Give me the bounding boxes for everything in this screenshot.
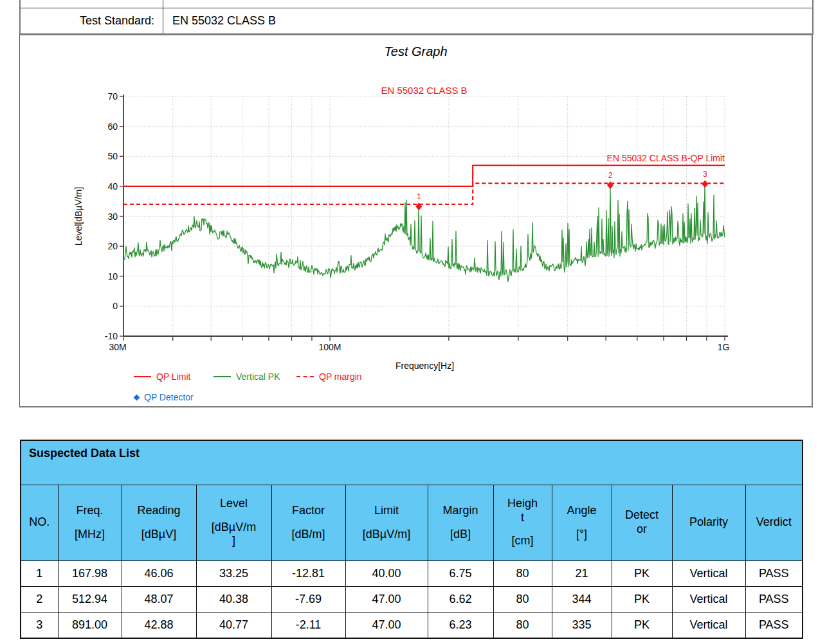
svg-text:0: 0 [113, 301, 118, 311]
table-cell: Vertical [672, 560, 745, 586]
column-header: Factor[dB/m] [271, 485, 345, 560]
table-cell: 6.23 [428, 612, 493, 638]
table-cell: Vertical [672, 586, 745, 612]
svg-text:EN 55032 CLASS B: EN 55032 CLASS B [381, 85, 467, 96]
table-cell: PK [612, 612, 672, 638]
table-title-row: Suspected Data List [21, 440, 803, 485]
x-axis-title: Frequency[Hz] [395, 361, 454, 371]
test-standard-value: EN 55032 CLASS B [172, 8, 812, 33]
table-row: 2512.9448.0740.38-7.6947.006.6280344PKVe… [21, 586, 803, 612]
table-cell: 33.25 [196, 560, 271, 586]
test-standard-row: Test Standard: EN 55032 CLASS B [21, 8, 812, 33]
table-cell: 40.38 [196, 586, 271, 612]
legend-label: QP margin [319, 371, 362, 382]
table-cell: PK [612, 586, 672, 612]
table-cell: 48.07 [122, 586, 196, 612]
column-header: Reading[dBµV] [122, 485, 196, 560]
table-cell: 891.00 [58, 612, 122, 638]
legend-label: QP Limit [156, 371, 190, 382]
table-cell: -7.69 [271, 586, 345, 612]
column-header: Level[dBµV/m ] [196, 485, 271, 560]
svg-text:Level[dBµV/m]: Level[dBµV/m] [73, 187, 84, 246]
column-header: Verdict [745, 485, 803, 560]
table-header-row: NO.Freq.[MHz]Reading[dBµV]Level[dBµV/m ]… [21, 485, 803, 560]
svg-text:100M: 100M [319, 342, 341, 352]
table-cell: -2.11 [271, 612, 345, 638]
table-cell: PK [612, 560, 672, 586]
svg-text:40: 40 [107, 181, 118, 192]
column-header: Freq.[MHz] [58, 485, 122, 560]
svg-text:30: 30 [107, 211, 118, 222]
test-standard-table: Test Standard: EN 55032 CLASS B [19, 0, 813, 35]
svg-text:1: 1 [417, 192, 421, 201]
legend-qp-limit: QP Limit [134, 371, 190, 382]
diamond-marker-icon [134, 394, 140, 400]
table-cell: 80 [493, 612, 552, 638]
legend-label: QP Detector [144, 392, 194, 402]
legend-label: Vertical PK [236, 371, 280, 382]
column-header: Heigh t[cm] [493, 485, 552, 560]
table-cell: 344 [552, 586, 612, 612]
table-cell: 47.00 [345, 612, 428, 638]
table-cell: 6.62 [428, 586, 493, 612]
column-divider [163, 0, 163, 8]
header-empty-row [21, 0, 812, 8]
table-cell: 80 [493, 560, 552, 586]
svg-text:10: 10 [107, 271, 118, 282]
table-cell: PASS [745, 586, 803, 612]
legend-qp-detector: QP Detector [134, 392, 194, 402]
table-cell: 80 [493, 586, 552, 612]
legend-vertical-pk: Vertical PK [214, 371, 280, 382]
svg-text:1G: 1G [718, 342, 730, 352]
table-cell: 42.88 [122, 612, 196, 638]
table-row: 3891.0042.8840.77-2.1147.006.2380335PKVe… [21, 612, 803, 638]
svg-text:20: 20 [107, 241, 118, 251]
column-header: NO. [21, 485, 58, 560]
table-cell: 2 [21, 586, 58, 612]
table-cell: 40.77 [196, 612, 271, 638]
suspected-data-table: Suspected Data ListNO.Freq.[MHz]Reading[… [20, 440, 803, 639]
svg-text:-10: -10 [105, 331, 118, 341]
table-cell: 6.75 [428, 560, 493, 586]
svg-text:60: 60 [107, 121, 118, 132]
table-cell: Vertical [672, 612, 745, 638]
table-cell: PASS [745, 612, 803, 638]
column-header: Limit[dBµV/m] [345, 485, 428, 560]
graph-panel-title: Test Graph [20, 44, 812, 59]
emission-chart: -1001020304050607030M100M1GLevel[dBµV/m]… [0, 0, 818, 421]
test-graph-panel: Test Graph -1001020304050607030M100M1GLe… [19, 34, 813, 407]
table-row: 1167.9846.0633.25-12.8140.006.758021PKVe… [21, 560, 803, 586]
qp-limit-line-swatch [134, 376, 151, 377]
column-header: Polarity [672, 485, 745, 560]
svg-text:3: 3 [703, 170, 707, 179]
column-header: Detect or [612, 485, 672, 560]
column-header: Margin[dB] [428, 485, 493, 560]
test-standard-label: Test Standard: [21, 8, 154, 33]
svg-text:70: 70 [107, 91, 118, 102]
table-cell: -12.81 [271, 560, 345, 586]
column-divider [163, 8, 163, 33]
table-title: Suspected Data List [21, 440, 803, 485]
table-cell: 335 [552, 612, 612, 638]
svg-text:50: 50 [107, 151, 118, 161]
table-cell: 167.98 [58, 560, 122, 586]
svg-text:2: 2 [608, 171, 613, 180]
column-header: Angle[°] [552, 485, 612, 560]
table-cell: PASS [745, 560, 803, 586]
table-cell: 21 [552, 560, 612, 586]
legend-qp-margin: QP margin [296, 371, 362, 382]
table-cell: 46.06 [122, 560, 196, 586]
table-cell: 1 [21, 560, 58, 586]
table-cell: 47.00 [345, 586, 428, 612]
test-report-page: Test Standard: EN 55032 CLASS B Test Gra… [0, 0, 818, 644]
table-cell: 40.00 [345, 560, 428, 586]
svg-text:30M: 30M [109, 342, 126, 352]
vertical-pk-line-swatch [214, 376, 231, 377]
table-cell: 512.94 [58, 586, 122, 612]
svg-text:EN 55032 CLASS B-QP Limit: EN 55032 CLASS B-QP Limit [607, 153, 725, 163]
qp-margin-dash-swatch [296, 376, 314, 377]
table-cell: 3 [21, 612, 58, 638]
